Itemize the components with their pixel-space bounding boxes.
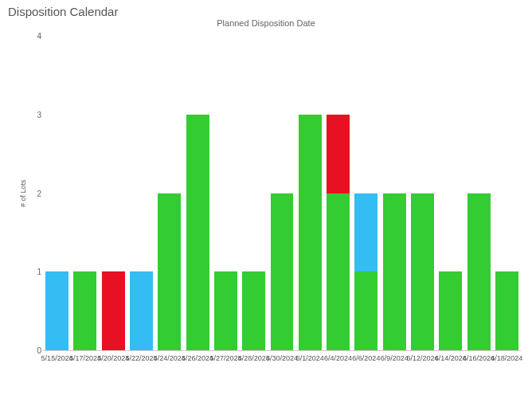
bar[interactable] <box>411 193 434 351</box>
bar-segment-green <box>495 271 518 350</box>
bar-segment-green <box>299 115 322 350</box>
plot-area <box>43 36 521 351</box>
bar[interactable] <box>158 193 181 351</box>
bar[interactable] <box>130 271 153 350</box>
y-tick: 2 <box>32 189 41 197</box>
y-tick: 3 <box>32 110 41 119</box>
x-tick: 5/30/2024 <box>266 354 298 362</box>
bar[interactable] <box>439 271 462 350</box>
x-tick: 5/24/2024 <box>154 354 186 362</box>
x-tick: 5/28/2024 <box>238 354 270 362</box>
bar-segment-green <box>467 193 491 351</box>
bar[interactable] <box>214 271 237 350</box>
x-tick: 6/1/2024 <box>296 354 324 362</box>
bar-segment-red <box>102 271 125 350</box>
bar-segment-blue <box>130 271 153 350</box>
bar-segment-green <box>439 271 462 350</box>
bar-segment-green <box>327 193 350 351</box>
bar-segment-green <box>383 193 406 351</box>
x-tick: 6/14/2024 <box>435 354 467 362</box>
bars-container <box>43 36 521 350</box>
bar-segment-blue <box>354 193 377 272</box>
bar-segment-green <box>73 271 96 350</box>
x-axis-labels: 5/15/20245/17/20245/20/20245/22/20245/24… <box>43 353 521 369</box>
bar-segment-red <box>327 115 350 193</box>
y-tick: 0 <box>32 346 41 355</box>
bar-segment-green <box>242 271 265 350</box>
bar-segment-green <box>271 193 294 351</box>
bar[interactable] <box>186 115 209 350</box>
bar[interactable] <box>383 193 406 351</box>
bar[interactable] <box>354 193 377 351</box>
bar[interactable] <box>242 271 265 350</box>
bar[interactable] <box>45 271 68 350</box>
y-tick: 4 <box>32 32 41 41</box>
x-tick: 5/22/2024 <box>125 354 157 362</box>
x-tick: 5/20/2024 <box>97 354 129 362</box>
bar[interactable] <box>299 115 322 350</box>
x-tick: 6/6/2024 <box>352 354 380 362</box>
bar[interactable] <box>271 193 294 351</box>
bar[interactable] <box>467 193 491 351</box>
bar[interactable] <box>73 271 96 350</box>
x-tick: 6/16/2024 <box>463 354 495 362</box>
chart-subtitle: Planned Disposition Date <box>8 18 524 28</box>
bar-segment-green <box>214 271 237 350</box>
y-tick: 1 <box>32 267 41 276</box>
x-tick: 6/4/2024 <box>324 354 352 362</box>
bar-segment-green <box>411 193 434 351</box>
x-tick: 6/9/2024 <box>381 354 409 362</box>
bar[interactable] <box>102 271 125 350</box>
bar[interactable] <box>495 271 518 350</box>
bar[interactable] <box>327 115 350 350</box>
x-tick: 5/27/2024 <box>209 354 241 362</box>
x-tick: 6/18/2024 <box>491 354 522 362</box>
x-tick: 6/12/2024 <box>406 354 438 362</box>
y-axis-label: # of Lots <box>19 180 27 208</box>
x-tick: 5/15/2024 <box>41 354 73 362</box>
x-tick: 5/17/2024 <box>69 354 101 362</box>
x-tick: 5/26/2024 <box>182 354 213 362</box>
bar-segment-green <box>158 193 181 351</box>
bar-segment-blue <box>45 271 68 350</box>
bar-segment-green <box>354 271 377 350</box>
chart: Planned Disposition Date # of Lots 01234… <box>8 18 524 369</box>
page-title: Disposition Calendar <box>0 0 532 18</box>
bar-segment-green <box>186 115 209 350</box>
